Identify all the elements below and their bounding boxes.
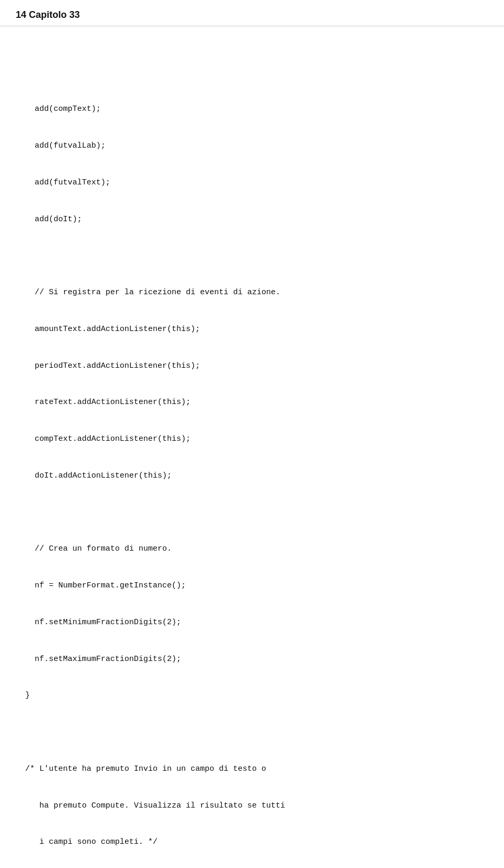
code-line: /* L'utente ha premuto Invio in un campo… xyxy=(16,763,488,775)
code-line: add(futvalText); xyxy=(16,177,488,189)
code-line: nf.setMinimumFractionDigits(2); xyxy=(16,616,488,628)
code-line: ha premuto Compute. Visualizza il risult… xyxy=(16,800,488,812)
code-line: periodText.addActionListener(this); xyxy=(16,360,488,372)
page-header: 14 Capitolo 33 xyxy=(0,0,504,26)
code-line xyxy=(16,507,488,519)
code-line: amountText.addActionListener(this); xyxy=(16,323,488,335)
page-title: 14 Capitolo 33 xyxy=(16,9,80,20)
code-line: compText.addActionListener(this); xyxy=(16,433,488,445)
code-block: add(compText); add(futvalLab); add(futva… xyxy=(16,42,488,868)
code-line: nf.setMaximumFractionDigits(2); xyxy=(16,653,488,665)
code-line xyxy=(16,67,488,79)
code-line: nf = NumberFormat.getInstance(); xyxy=(16,580,488,592)
code-line: // Crea un formato di numero. xyxy=(16,543,488,555)
code-line: rateText.addActionListener(this); xyxy=(16,396,488,408)
code-line xyxy=(16,726,488,738)
code-line: add(futvalLab); xyxy=(16,140,488,152)
code-line: add(doIt); xyxy=(16,213,488,225)
code-line: doIt.addActionListener(this); xyxy=(16,470,488,482)
code-line: add(compText); xyxy=(16,103,488,115)
code-line: i campi sono completi. */ xyxy=(16,836,488,848)
page-content: add(compText); add(futvalLab); add(futva… xyxy=(0,26,504,868)
code-line: } xyxy=(16,689,488,701)
code-line xyxy=(16,250,488,262)
code-line: // Si registra per la ricezione di event… xyxy=(16,286,488,298)
